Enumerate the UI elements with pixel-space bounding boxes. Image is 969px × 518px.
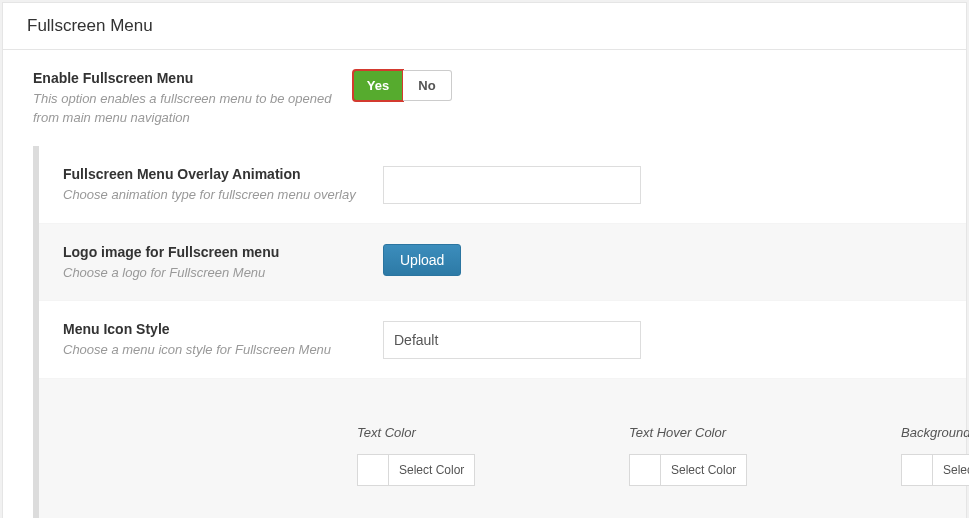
iconstyle-label: Menu Icon Style [63,321,363,337]
opt-bg-color: Background Select C [901,425,969,489]
page-root: Fullscreen Menu Enable Fullscreen Menu T… [0,0,969,518]
panel-body: Enable Fullscreen Menu This option enabl… [3,50,966,518]
iconstyle-select[interactable] [383,321,641,359]
hover-color-swatch [629,454,661,486]
logo-label: Logo image for Fullscreen menu [63,244,363,260]
bg-color-swatch [901,454,933,486]
label-col: Enable Fullscreen Menu This option enabl… [33,70,353,128]
bg-color-button-label: Select C [933,454,969,486]
iconstyle-desc: Choose a menu icon style for Fullscreen … [63,341,363,360]
enable-yes-button[interactable]: Yes [353,70,403,101]
row-logo: Logo image for Fullscreen menu Choose a … [39,224,966,302]
style-options: Text Color Select Color Text Hover Color… [357,399,936,489]
label-col: Logo image for Fullscreen menu Choose a … [63,244,383,283]
panel-header: Fullscreen Menu [3,3,966,50]
row-enable: Enable Fullscreen Menu This option enabl… [3,50,966,146]
overlay-anim-label: Fullscreen Menu Overlay Animation [63,166,363,182]
hover-color-picker[interactable]: Select Color [629,454,747,486]
enable-label: Enable Fullscreen Menu [33,70,333,86]
settings-group: Fullscreen Menu Overlay Animation Choose… [33,146,966,518]
control-col: Upload [383,244,936,276]
logo-desc: Choose a logo for Fullscreen Menu [63,264,363,283]
panel: Fullscreen Menu Enable Fullscreen Menu T… [2,2,967,518]
control-col [383,321,936,359]
text-color-picker[interactable]: Select Color [357,454,475,486]
overlay-anim-select[interactable] [383,166,641,204]
hover-color-label: Text Hover Color [629,425,901,440]
enable-desc: This option enables a fullscreen menu to… [33,90,333,128]
row-overlay-animation: Fullscreen Menu Overlay Animation Choose… [39,146,966,224]
row-icon-style: Menu Icon Style Choose a menu icon style… [39,301,966,379]
bg-color-picker[interactable]: Select C [901,454,969,486]
hover-color-button-label: Select Color [661,454,747,486]
bg-color-label: Background [901,425,969,440]
opt-hover-color: Text Hover Color Select Color [629,425,901,489]
control-col: Yes No [353,70,936,101]
panel-title: Fullscreen Menu [27,16,153,35]
control-col [383,166,936,204]
text-color-label: Text Color [357,425,629,440]
upload-button[interactable]: Upload [383,244,461,276]
label-col: Fullscreen Menu Overlay Animation Choose… [63,166,383,205]
enable-toggle: Yes No [353,70,452,101]
enable-no-button[interactable]: No [403,70,452,101]
label-col: Menu Icon Style Choose a menu icon style… [63,321,383,360]
overlay-anim-desc: Choose animation type for fullscreen men… [63,186,363,205]
opt-text-color: Text Color Select Color [357,425,629,489]
text-color-button-label: Select Color [389,454,475,486]
text-color-swatch [357,454,389,486]
style-options-2: Font Family Font Size (px) Line Height ( [357,489,936,518]
row-style-options: Text Color Select Color Text Hover Color… [39,379,966,518]
